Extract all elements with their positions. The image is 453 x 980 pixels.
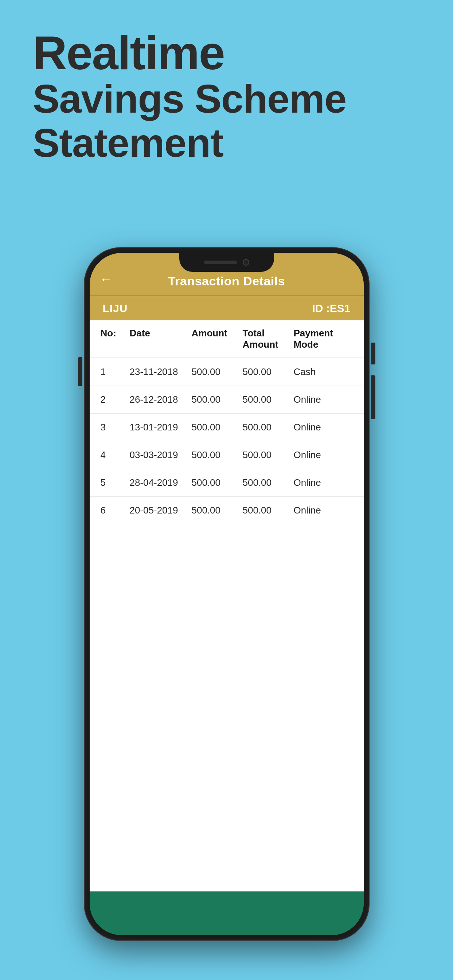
user-id: ID :ES1	[312, 302, 350, 315]
phone-outer: ← Transaction Details LIJU ID :ES1 No: D…	[84, 248, 369, 940]
cell-no: 5	[100, 477, 130, 488]
table-row: 528-04-2019500.00500.00Online	[90, 469, 364, 497]
volume-button	[78, 357, 83, 386]
col-date: Date	[130, 328, 192, 350]
user-name: LIJU	[103, 302, 128, 315]
cell-date: 20-05-2019	[130, 505, 192, 516]
headline-realtime: Realtime	[33, 29, 420, 76]
app-title: Transaction Details	[168, 274, 285, 288]
col-mode: Payment Mode	[294, 328, 348, 350]
power-button	[371, 342, 375, 364]
headline-line3: Statement	[33, 120, 223, 165]
headline-line2: Savings Scheme	[33, 76, 346, 121]
cell-amount: 500.00	[192, 477, 243, 488]
cell-total: 500.00	[243, 449, 294, 461]
cell-no: 4	[100, 449, 130, 461]
table-row: 620-05-2019500.00500.00Online	[90, 497, 364, 524]
col-no: No:	[100, 328, 130, 350]
cell-mode: Online	[294, 449, 348, 461]
table-row: 313-01-2019500.00500.00Online	[90, 414, 364, 441]
cell-total: 500.00	[243, 505, 294, 516]
cell-amount: 500.00	[192, 422, 243, 433]
cell-amount: 500.00	[192, 366, 243, 377]
transaction-table: No: Date Amount Total Amount Payment Mod…	[90, 320, 364, 891]
silent-button	[371, 375, 375, 419]
cell-date: 13-01-2019	[130, 422, 192, 433]
notch	[179, 253, 274, 272]
app-screen: ← Transaction Details LIJU ID :ES1 No: D…	[90, 253, 364, 935]
cell-mode: Online	[294, 394, 348, 405]
headline-sub: Savings Scheme Statement	[33, 76, 420, 165]
phone-screen: ← Transaction Details LIJU ID :ES1 No: D…	[90, 253, 364, 935]
speaker	[204, 261, 237, 264]
cell-no: 1	[100, 366, 130, 377]
phone-wrapper: ← Transaction Details LIJU ID :ES1 No: D…	[84, 248, 369, 940]
cell-no: 2	[100, 394, 130, 405]
cell-total: 500.00	[243, 477, 294, 488]
cell-total: 500.00	[243, 394, 294, 405]
cell-amount: 500.00	[192, 505, 243, 516]
cell-no: 3	[100, 422, 130, 433]
cell-date: 03-03-2019	[130, 449, 192, 461]
cell-no: 6	[100, 505, 130, 516]
camera	[243, 259, 249, 266]
user-bar: LIJU ID :ES1	[90, 296, 364, 320]
table-header: No: Date Amount Total Amount Payment Mod…	[90, 320, 364, 358]
cell-date: 28-04-2019	[130, 477, 192, 488]
green-footer	[90, 891, 364, 935]
cell-amount: 500.00	[192, 449, 243, 461]
back-button[interactable]: ←	[100, 271, 113, 286]
cell-total: 500.00	[243, 422, 294, 433]
col-amount: Amount	[192, 328, 243, 350]
col-total: Total Amount	[243, 328, 294, 350]
cell-total: 500.00	[243, 366, 294, 377]
cell-mode: Cash	[294, 366, 348, 377]
cell-mode: Online	[294, 477, 348, 488]
cell-date: 23-11-2018	[130, 366, 192, 377]
table-row: 226-12-2018500.00500.00Online	[90, 386, 364, 414]
cell-date: 26-12-2018	[130, 394, 192, 405]
table-row: 403-03-2019500.00500.00Online	[90, 441, 364, 469]
cell-amount: 500.00	[192, 394, 243, 405]
table-body: 123-11-2018500.00500.00Cash226-12-201850…	[90, 358, 364, 524]
headline-section: Realtime Savings Scheme Statement	[33, 29, 420, 165]
cell-mode: Online	[294, 422, 348, 433]
table-row: 123-11-2018500.00500.00Cash	[90, 358, 364, 386]
cell-mode: Online	[294, 505, 348, 516]
